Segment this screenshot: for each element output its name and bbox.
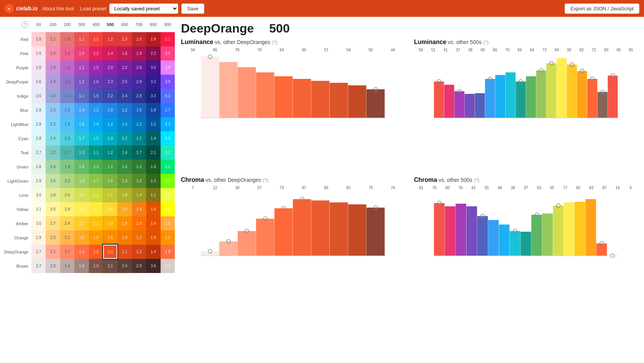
color-cell-teal-2[interactable]: 2.2 <box>46 146 60 160</box>
color-cell-teal-1[interactable]: 2.7 <box>31 146 46 160</box>
color-cell-amber-7[interactable]: 1.8 <box>117 216 131 231</box>
color-cell-blue-7[interactable]: 1.2 <box>117 103 131 117</box>
color-cell-teal-7[interactable]: 1.4 <box>117 146 131 160</box>
color-cell-lightgreen-10[interactable]: 2.1 <box>161 174 175 188</box>
color-cell-pink-6[interactable]: 1.4 <box>103 46 117 60</box>
color-cell-cyan-10[interactable]: 2.3 <box>161 131 175 146</box>
color-cell-indigo-2[interactable]: 2.0 <box>46 89 60 103</box>
color-cell-orange-2[interactable]: 2.5 <box>46 231 60 245</box>
color-cell-cyan-5[interactable]: 1.5 <box>89 131 103 146</box>
color-cell-green-5[interactable]: 1.3 <box>89 160 103 174</box>
color-cell-deeppurple-4[interactable]: 1.2 <box>74 75 89 89</box>
color-cell-purple-8[interactable]: 2.6 <box>132 60 146 75</box>
color-cell-teal-4[interactable]: 1.3 <box>74 146 89 160</box>
color-cell-blue-10[interactable]: 2.7 <box>161 103 175 117</box>
color-cell-lightblue-2[interactable]: 2.3 <box>46 117 60 131</box>
color-cell-teal-6[interactable]: 1.2 <box>103 146 117 160</box>
color-cell-orange-4[interactable]: 1.8 <box>74 231 89 245</box>
color-cell-green-10[interactable]: 2.5 <box>161 160 175 174</box>
color-cell-indigo-7[interactable]: 2.4 <box>117 89 131 103</box>
color-cell-blue-6[interactable]: 1.0 <box>103 103 117 117</box>
color-cell-cyan-4[interactable]: 1.7 <box>74 131 89 146</box>
color-cell-blue-2[interactable]: 2.3 <box>46 103 60 117</box>
color-cell-red-7[interactable]: 1.3 <box>117 32 131 46</box>
color-cell-orange-3[interactable]: 2.1 <box>60 231 74 245</box>
color-cell-purple-9[interactable]: 3.0 <box>146 60 160 75</box>
color-cell-lightblue-7[interactable]: 1.0 <box>117 117 131 131</box>
color-cell-lime-6[interactable]: 2.1 <box>103 188 117 202</box>
color-cell-lightgreen-1[interactable]: 2.9 <box>31 174 46 188</box>
color-cell-yellow-2[interactable]: 3.0 <box>46 202 60 216</box>
color-cell-lightgreen-5[interactable]: 1.7 <box>89 174 103 188</box>
color-cell-deeporange-9[interactable]: 1.4 <box>146 245 160 259</box>
color-cell-red-5[interactable]: 1.1 <box>89 32 103 46</box>
color-cell-red-3[interactable]: 1.5 <box>60 32 74 46</box>
color-cell-amber-8[interactable]: 1.5 <box>132 216 146 231</box>
color-cell-deeppurple-10[interactable]: 3.9 <box>161 75 175 89</box>
color-cell-deeporange-7[interactable]: 1.1 <box>117 245 131 259</box>
color-cell-cyan-6[interactable]: 1.4 <box>103 131 117 146</box>
color-cell-lime-10[interactable]: 1.4 <box>161 188 175 202</box>
color-cell-pink-9[interactable]: 2.2 <box>146 46 160 60</box>
color-cell-orange-5[interactable]: 1.6 <box>89 231 103 245</box>
color-cell-lightgreen-7[interactable]: 1.3 <box>117 174 131 188</box>
color-cell-amber-1[interactable]: 3.0 <box>31 216 46 231</box>
color-cell-red-9[interactable]: 1.8 <box>146 32 160 46</box>
color-cell-lime-3[interactable]: 2.6 <box>60 188 74 202</box>
color-cell-lightblue-3[interactable]: 1.9 <box>60 117 74 131</box>
color-cell-lightgreen-8[interactable]: 1.0 <box>132 174 146 188</box>
color-cell-green-8[interactable]: 1.3 <box>132 160 146 174</box>
color-cell-amber-6[interactable]: 1.9 <box>103 216 117 231</box>
color-cell-brown-1[interactable]: 2.7 <box>31 259 46 273</box>
color-cell-yellow-6[interactable]: 2.6 <box>103 202 117 216</box>
color-cell-teal-8[interactable]: 1.7 <box>132 146 146 160</box>
color-cell-indigo-6[interactable]: 2.2 <box>103 89 117 103</box>
color-cell-lightblue-8[interactable]: 1.2 <box>132 117 146 131</box>
color-cell-lime-7[interactable]: 1.8 <box>117 188 131 202</box>
color-cell-orange-6[interactable]: 1.5 <box>103 231 117 245</box>
color-cell-indigo-9[interactable]: 3.3 <box>146 89 160 103</box>
color-cell-blue-3[interactable]: 1.8 <box>60 103 74 117</box>
color-cell-deeporange-10[interactable]: 1.8 <box>161 245 175 259</box>
export-button[interactable]: Export as JSON / JavaScript <box>565 3 639 14</box>
color-cell-pink-3[interactable]: 1.4 <box>60 46 74 60</box>
color-cell-brown-2[interactable]: 2.0 <box>46 259 60 273</box>
color-cell-cyan-3[interactable]: 2.0 <box>60 131 74 146</box>
color-cell-green-7[interactable]: 1.0 <box>117 160 131 174</box>
color-cell-purple-7[interactable]: 2.2 <box>117 60 131 75</box>
color-cell-orange-1[interactable]: 2.9 <box>31 231 46 245</box>
color-cell-pink-1[interactable]: 2.6 <box>31 46 46 60</box>
load-preset-button[interactable]: Load preset <box>80 6 106 11</box>
color-cell-indigo-10[interactable]: 4.2 <box>161 89 175 103</box>
color-cell-deeppurple-3[interactable]: 1.3 <box>60 75 74 89</box>
color-cell-yellow-8[interactable]: 1.9 <box>132 202 146 216</box>
color-cell-teal-5[interactable]: 1.1 <box>89 146 103 160</box>
color-cell-cyan-8[interactable]: 1.1 <box>132 131 146 146</box>
color-cell-lightgreen-4[interactable]: 1.9 <box>74 174 89 188</box>
color-cell-yellow-5[interactable]: 2.7 <box>89 202 103 216</box>
save-button[interactable]: Save <box>181 3 204 14</box>
color-cell-deeppurple-5[interactable]: 1.6 <box>89 75 103 89</box>
color-cell-yellow-3[interactable]: 2.8 <box>60 202 74 216</box>
color-cell-amber-9[interactable]: 1.4 <box>146 216 160 231</box>
color-cell-indigo-1[interactable]: 2.6 <box>31 89 46 103</box>
color-cell-indigo-3[interactable]: 1.4 <box>60 89 74 103</box>
color-cell-lightblue-5[interactable]: 1.4 <box>89 117 103 131</box>
color-cell-cyan-2[interactable]: 2.4 <box>46 131 60 146</box>
color-cell-blue-5[interactable]: 1.2 <box>89 103 103 117</box>
color-cell-deeporange-8[interactable]: 1.2 <box>132 245 146 259</box>
color-cell-purple-10[interactable]: 3.8 <box>161 60 175 75</box>
color-cell-green-9[interactable]: 1.6 <box>146 160 160 174</box>
color-cell-orange-9[interactable]: 1.0 <box>146 231 160 245</box>
color-cell-red-10[interactable]: 2.1 <box>161 32 175 46</box>
about-link[interactable]: About this tool <box>42 6 74 11</box>
color-cell-blue-4[interactable]: 1.4 <box>74 103 89 117</box>
color-cell-pink-2[interactable]: 2.0 <box>46 46 60 60</box>
color-cell-pink-10[interactable]: 3.0 <box>161 46 175 60</box>
color-cell-teal-3[interactable]: 1.7 <box>60 146 74 160</box>
color-cell-blue-9[interactable]: 1.8 <box>146 103 160 117</box>
color-cell-brown-7[interactable]: 2.4 <box>117 259 131 273</box>
color-cell-deeporange-3[interactable]: 1.7 <box>60 245 74 259</box>
color-cell-brown-4[interactable]: 1.0 <box>74 259 89 273</box>
color-cell-purple-5[interactable]: 1.5 <box>89 60 103 75</box>
